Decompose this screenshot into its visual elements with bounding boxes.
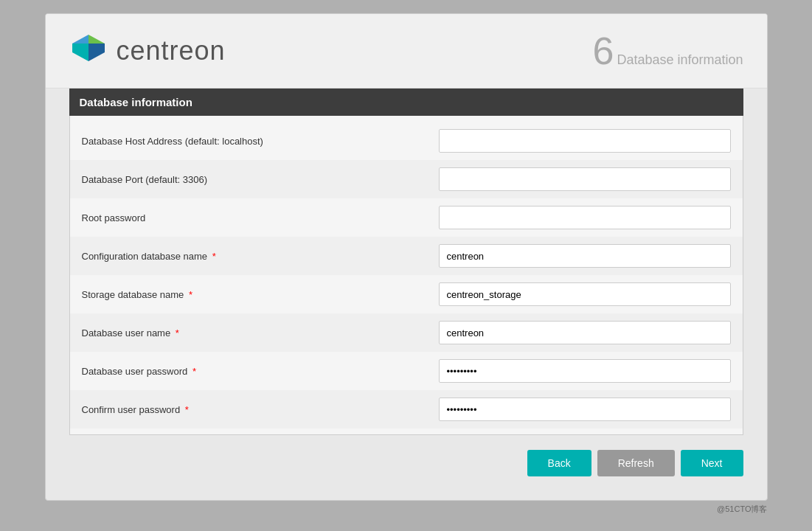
- step-number: 6: [592, 32, 614, 70]
- section-header: Database information: [69, 88, 743, 116]
- storage-db-input[interactable]: [439, 282, 731, 306]
- config-db-input[interactable]: [439, 244, 731, 268]
- next-button[interactable]: Next: [681, 450, 743, 476]
- label-config-db: Configuration database name *: [82, 251, 439, 262]
- watermark: @51CTO博客: [45, 501, 768, 518]
- db-port-input[interactable]: [439, 167, 731, 191]
- label-db-port: Database Port (default: 3306): [82, 174, 439, 185]
- root-password-input[interactable]: [439, 206, 731, 229]
- label-db-host: Database Host Address (default: localhos…: [82, 136, 439, 147]
- db-host-input[interactable]: [439, 129, 731, 153]
- step-indicator: 6 Database information: [592, 32, 743, 70]
- main-container: centreon 6 Database information Database…: [45, 13, 768, 501]
- label-db-user: Database user name *: [82, 327, 439, 339]
- form-row-db-port: Database Port (default: 3306): [70, 160, 743, 198]
- input-wrap-db-password: [439, 359, 731, 383]
- input-wrap-db-host: [439, 129, 731, 153]
- required-star-storage-db: *: [189, 289, 192, 300]
- db-password-input[interactable]: [439, 359, 731, 383]
- form-row-db-password: Database user password *: [70, 352, 743, 390]
- label-storage-db: Storage database name *: [82, 289, 439, 300]
- label-confirm-password: Confirm user password *: [82, 404, 439, 415]
- form-container: Database information Database Host Addre…: [46, 88, 767, 500]
- form-row-root-password: Root password: [70, 198, 743, 237]
- db-user-input[interactable]: [439, 321, 731, 344]
- back-button[interactable]: Back: [527, 450, 591, 476]
- confirm-password-input[interactable]: [439, 398, 731, 421]
- required-star-config-db: *: [212, 251, 216, 262]
- form-row-config-db: Configuration database name *: [70, 237, 743, 275]
- input-wrap-db-user: [439, 321, 731, 344]
- form-row-confirm-password: Confirm user password *: [70, 390, 743, 428]
- form-row-storage-db: Storage database name *: [70, 275, 743, 313]
- form-row-db-host: Database Host Address (default: localhos…: [70, 122, 743, 160]
- centreon-logo-icon: [69, 32, 108, 70]
- input-wrap-confirm-password: [439, 398, 731, 421]
- required-star-confirm-password: *: [185, 404, 189, 415]
- label-db-password: Database user password *: [82, 366, 439, 377]
- step-title-text: Database information: [617, 52, 743, 68]
- logo-text: centreon: [117, 35, 226, 66]
- form-body: Database Host Address (default: localhos…: [69, 116, 743, 435]
- input-wrap-config-db: [439, 244, 731, 268]
- logo-area: centreon: [69, 32, 226, 70]
- form-row-db-user: Database user name *: [70, 313, 743, 352]
- label-root-password: Root password: [82, 212, 439, 223]
- required-star-db-user: *: [176, 327, 179, 339]
- input-wrap-root-password: [439, 206, 731, 229]
- required-star-db-password: *: [192, 366, 196, 377]
- button-row: Back Refresh Next: [69, 435, 743, 476]
- input-wrap-storage-db: [439, 282, 731, 306]
- input-wrap-db-port: [439, 167, 731, 191]
- refresh-button[interactable]: Refresh: [597, 450, 675, 476]
- page-header: centreon 6 Database information: [46, 14, 767, 88]
